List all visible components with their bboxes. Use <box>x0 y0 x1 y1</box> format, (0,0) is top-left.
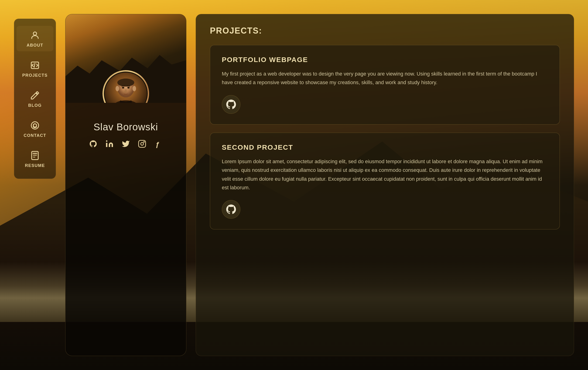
fiverr-social-icon[interactable]: ƒ <box>153 139 164 149</box>
svg-point-0 <box>33 32 37 35</box>
project-title-second: SECOND PROJECT <box>222 143 548 151</box>
twitter-social-icon[interactable] <box>121 139 131 149</box>
profile-info: Slav Borowski <box>65 103 186 161</box>
svg-point-17 <box>106 140 107 142</box>
resume-label: RESUME <box>25 163 45 168</box>
sidebar-item-contact[interactable]: CONTACT <box>17 116 53 141</box>
avatar-ring <box>103 70 149 103</box>
svg-point-13 <box>133 86 136 91</box>
svg-point-16 <box>127 87 130 89</box>
sidebar-item-about[interactable]: ABOUT <box>17 26 53 51</box>
github-button-second[interactable] <box>222 200 241 219</box>
svg-rect-9 <box>33 153 37 154</box>
sidebar-item-blog[interactable]: BLOG <box>17 86 53 111</box>
projects-label: PROJECTS <box>22 73 48 78</box>
project-title-portfolio: PORTFOLIO WEBPAGE <box>222 56 548 64</box>
github-button-portfolio[interactable] <box>222 95 241 114</box>
svg-point-20 <box>144 141 145 142</box>
code-icon <box>29 59 41 71</box>
person-icon <box>29 29 41 41</box>
svg-point-12 <box>116 86 119 91</box>
linkedin-social-icon[interactable] <box>104 139 115 149</box>
document-icon <box>29 150 41 161</box>
avatar-container <box>103 70 149 103</box>
profile-card: Slav Borowski <box>65 14 186 356</box>
sidebar: ABOUT PROJECTS BLOG <box>14 19 56 179</box>
projects-section-title: PROJECTS: <box>210 26 560 36</box>
project-desc-second: Lorem Ipsum dolor sit amet, consectetur … <box>222 157 548 192</box>
blog-label: BLOG <box>28 103 42 108</box>
project-card-portfolio: PORTFOLIO WEBPAGE My first project as a … <box>210 45 560 124</box>
svg-rect-18 <box>139 140 146 147</box>
project-desc-portfolio: My first project as a web developer was … <box>222 69 548 87</box>
avatar <box>104 72 148 103</box>
main-layout: ABOUT PROJECTS BLOG <box>0 0 588 370</box>
profile-name: Slav Borowski <box>94 121 158 133</box>
profile-banner <box>65 14 186 103</box>
projects-panel: PROJECTS: PORTFOLIO WEBPAGE My first pro… <box>196 14 574 356</box>
social-icons-row: ƒ <box>88 139 164 149</box>
svg-point-19 <box>141 142 144 145</box>
svg-point-14 <box>117 78 134 87</box>
svg-point-15 <box>122 87 124 89</box>
about-label: ABOUT <box>27 43 43 48</box>
at-icon <box>29 120 41 131</box>
github-social-icon[interactable] <box>88 139 99 149</box>
instagram-social-icon[interactable] <box>137 139 147 149</box>
svg-line-2 <box>34 63 35 67</box>
pencil-icon <box>29 89 41 101</box>
project-card-second: SECOND PROJECT Lorem Ipsum dolor sit ame… <box>210 133 560 230</box>
contact-label: CONTACT <box>23 133 46 138</box>
sidebar-item-projects[interactable]: PROJECTS <box>17 56 53 81</box>
svg-text:ƒ: ƒ <box>156 140 160 148</box>
sidebar-item-resume[interactable]: RESUME <box>17 146 53 172</box>
